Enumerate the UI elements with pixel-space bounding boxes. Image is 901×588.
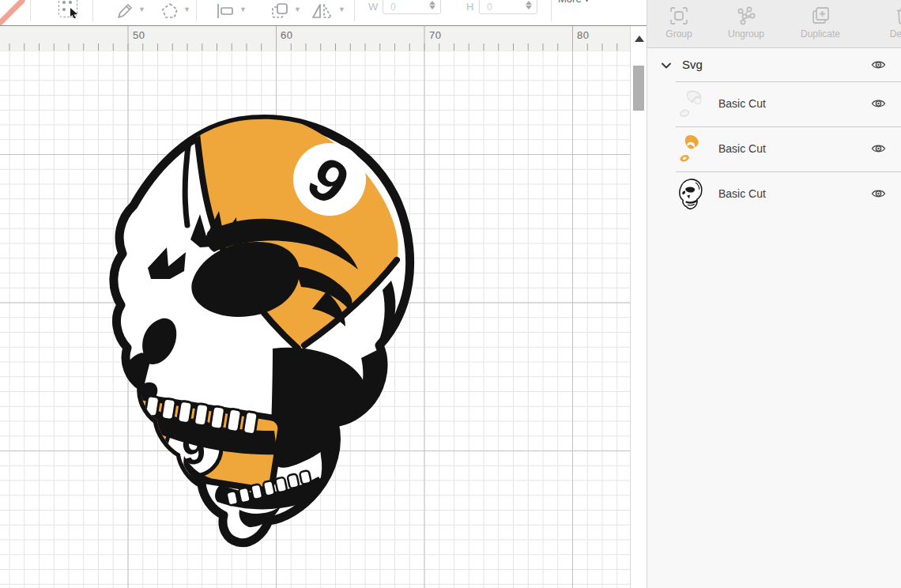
layer-thumbnail-skull [677, 178, 705, 212]
toolbar-divider [30, 0, 31, 21]
layer-row-orange-pieces[interactable]: Basic Cut [647, 127, 901, 172]
toolbar-divider [551, 0, 552, 21]
width-field-label: W [368, 1, 378, 13]
height-input[interactable]: 0 [479, 0, 537, 14]
ruler-label: 50 [133, 29, 145, 41]
ungroup-icon [736, 6, 756, 26]
layer-label: Basic Cut [718, 187, 766, 200]
slash-icon [0, 0, 25, 25]
duplicate-icon [810, 6, 831, 26]
chevron-down-icon[interactable]: ▼ [138, 6, 145, 13]
more-menu-button[interactable]: More ▾ [558, 0, 590, 5]
layer-group-label: Svg [682, 58, 703, 71]
scrollbar-thumb[interactable] [633, 66, 644, 111]
top-toolbar: ▼ ▼ ▼ ▼ ▼ W 0 H 0 [0, 0, 647, 26]
ruler-label: 70 [429, 29, 441, 41]
design-canvas[interactable]: 9 [0, 51, 630, 588]
visibility-eye-icon[interactable] [871, 142, 886, 155]
group-icon [669, 6, 689, 26]
visibility-eye-icon[interactable] [871, 187, 886, 200]
layer-thumbnail-white-pieces [677, 88, 705, 122]
layer-thumbnail-orange-pieces [677, 133, 705, 167]
delete-button[interactable]: Delete [881, 6, 901, 40]
width-input[interactable]: 0 [383, 0, 441, 14]
layer-label: Basic Cut [718, 97, 766, 110]
layer-row-white-pieces[interactable]: Basic Cut [647, 82, 901, 127]
horizontal-ruler: 50 60 70 80 [0, 26, 630, 51]
chevron-down-icon[interactable]: ▼ [338, 6, 345, 13]
ruler-label: 60 [281, 29, 292, 41]
arrange-tool-icon[interactable] [270, 2, 290, 21]
design-app-window: ▼ ▼ ▼ ▼ ▼ W 0 H 0 [0, 0, 901, 588]
flip-tool-icon[interactable] [311, 2, 334, 21]
vertical-scrollbar [630, 26, 647, 588]
shapes-tool-icon[interactable] [160, 2, 179, 21]
ungroup-button[interactable]: Ungroup [722, 6, 770, 40]
canvas-artwork-skull-9ball[interactable]: 9 [75, 113, 423, 556]
delete-icon [893, 6, 901, 26]
toolbar-divider [92, 0, 93, 21]
layer-actions-bar: Group Ungroup Duplica [647, 0, 901, 48]
select-tool-icon[interactable] [58, 0, 77, 17]
visibility-eye-icon[interactable] [871, 58, 886, 71]
toolbar-divider [354, 0, 355, 21]
ruler-label: 80 [577, 29, 589, 41]
layer-group-row[interactable]: Svg [647, 49, 901, 82]
align-tool-icon[interactable] [215, 2, 236, 21]
chevron-down-icon[interactable]: ▼ [183, 6, 190, 13]
up-arrow-icon [635, 36, 644, 42]
group-button[interactable]: Group [657, 6, 701, 40]
layer-label: Basic Cut [718, 142, 766, 155]
layers-list: Svg Basic Cut [647, 49, 901, 217]
chevron-down-icon[interactable]: ▼ [239, 6, 247, 13]
height-field-label: H [466, 1, 473, 13]
chevron-down-icon[interactable]: ▼ [294, 6, 301, 13]
right-panel: Group Ungroup Duplica [647, 0, 901, 588]
height-stepper[interactable] [526, 1, 532, 9]
visibility-eye-icon[interactable] [871, 97, 886, 110]
layer-row-skull[interactable]: Basic Cut [647, 172, 901, 217]
width-stepper[interactable] [429, 1, 435, 9]
duplicate-button[interactable]: Duplicate [793, 6, 848, 40]
toolbar-divider [196, 0, 197, 21]
draw-tool-icon[interactable] [115, 2, 134, 21]
scrollbar-up-button[interactable] [631, 26, 647, 51]
chevron-down-icon[interactable] [660, 59, 673, 72]
